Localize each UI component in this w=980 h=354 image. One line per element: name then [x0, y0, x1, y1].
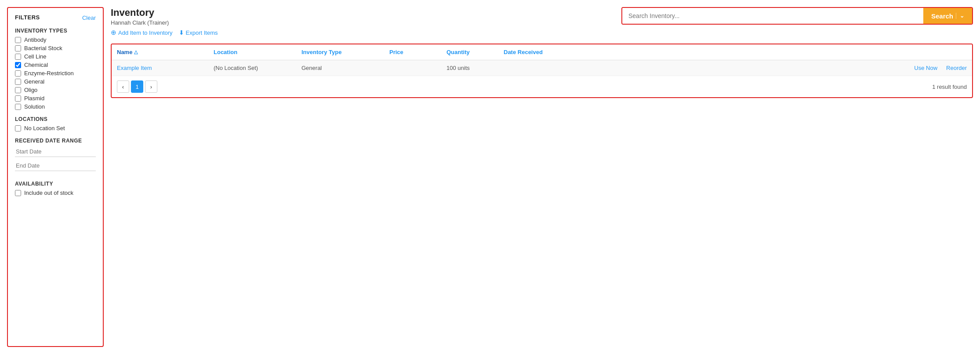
item-invtype: General — [301, 65, 389, 71]
col-header-actions — [592, 49, 967, 55]
filter-no-location-checkbox[interactable] — [15, 125, 21, 131]
clear-filters-button[interactable]: Clear — [82, 15, 96, 21]
inventory-table: Name △ Location Inventory Type Price Qua… — [111, 44, 973, 98]
filter-enzyme-restriction-checkbox[interactable] — [15, 70, 21, 77]
filter-solution[interactable]: Solution — [15, 103, 96, 110]
filter-oligo-label: Oligo — [24, 87, 37, 93]
pagination-controls: ‹ 1 › — [117, 80, 157, 93]
add-item-label: Add Item to Inventory — [118, 29, 173, 36]
item-name-link[interactable]: Example Item — [117, 65, 152, 71]
filter-plasmid-checkbox[interactable] — [15, 95, 21, 102]
search-dropdown-arrow[interactable]: ⌄ — [956, 13, 964, 19]
filter-enzyme-restriction[interactable]: Enzyme-Restriction — [15, 70, 96, 77]
col-invtype-label: Inventory Type — [301, 49, 342, 55]
reorder-button[interactable]: Reorder — [946, 65, 967, 71]
filter-plasmid-label: Plasmid — [24, 95, 44, 102]
filter-chemical-label: Chemical — [24, 62, 48, 68]
filter-antibody-checkbox[interactable] — [15, 37, 21, 43]
filter-oligo-checkbox[interactable] — [15, 87, 21, 93]
filter-oligo[interactable]: Oligo — [15, 87, 96, 93]
col-qty-label: Quantity — [446, 49, 470, 55]
pagination-row: ‹ 1 › 1 result found — [112, 76, 972, 97]
next-page-button[interactable]: › — [145, 80, 157, 93]
item-qty: 100 units — [446, 65, 504, 71]
availability-label: AVAILABILITY — [15, 181, 96, 187]
start-date-input[interactable] — [15, 146, 96, 157]
page-1-button[interactable]: 1 — [131, 80, 143, 93]
received-date-label: RECEIVED DATE RANGE — [15, 138, 96, 144]
filter-solution-label: Solution — [24, 103, 45, 110]
filter-bacterial-stock-checkbox[interactable] — [15, 45, 21, 51]
filter-general-checkbox[interactable] — [15, 79, 21, 85]
filter-solution-checkbox[interactable] — [15, 104, 21, 110]
filter-chemical-checkbox[interactable] — [15, 62, 21, 68]
end-date-input[interactable] — [15, 161, 96, 171]
filter-out-of-stock-label: Include out of stock — [24, 190, 73, 196]
col-header-invtype[interactable]: Inventory Type — [301, 49, 389, 55]
filter-antibody-label: Antibody — [24, 36, 47, 43]
page-subtitle: Hannah Clark (Trainer) — [111, 19, 218, 26]
download-icon: ⬇ — [179, 29, 184, 36]
filters-sidebar: FILTERS Clear INVENTORY TYPES Antibody B… — [7, 7, 104, 347]
col-price-label: Price — [389, 49, 403, 55]
filter-bacterial-stock[interactable]: Bacterial Stock — [15, 45, 96, 51]
sort-icon: △ — [134, 49, 138, 55]
header-left: Inventory Hannah Clark (Trainer) ⊕ Add I… — [111, 7, 218, 36]
header-actions: ⊕ Add Item to Inventory ⬇ Export Items — [111, 29, 218, 36]
result-count: 1 result found — [932, 84, 967, 90]
inventory-types-label: INVENTORY TYPES — [15, 28, 96, 34]
filter-general[interactable]: General — [15, 78, 96, 85]
filter-plasmid[interactable]: Plasmid — [15, 95, 96, 102]
filter-cell-line[interactable]: Cell Line — [15, 53, 96, 60]
col-header-date[interactable]: Date Received — [504, 49, 592, 55]
export-label: Export Items — [186, 29, 218, 36]
col-header-qty[interactable]: Quantity — [446, 49, 504, 55]
search-button-label: Search — [931, 12, 953, 20]
page-title: Inventory — [111, 7, 218, 18]
search-button[interactable]: Search ⌄ — [923, 8, 972, 24]
filter-antibody[interactable]: Antibody — [15, 36, 96, 43]
filter-cell-line-label: Cell Line — [24, 53, 47, 60]
filter-no-location[interactable]: No Location Set — [15, 125, 96, 131]
item-actions: Use Now Reorder — [592, 65, 967, 71]
filters-title: FILTERS — [15, 14, 40, 21]
main-content: Inventory Hannah Clark (Trainer) ⊕ Add I… — [111, 7, 973, 347]
main-header: Inventory Hannah Clark (Trainer) ⊕ Add I… — [111, 7, 973, 36]
export-items-button[interactable]: ⬇ Export Items — [179, 29, 218, 36]
item-location: (No Location Set) — [214, 65, 301, 71]
col-header-name[interactable]: Name △ — [117, 49, 214, 55]
col-location-label: Location — [214, 49, 237, 55]
plus-icon: ⊕ — [111, 29, 116, 36]
filter-include-out-of-stock[interactable]: Include out of stock — [15, 190, 96, 196]
filter-general-label: General — [24, 78, 44, 85]
filter-out-of-stock-checkbox[interactable] — [15, 190, 21, 196]
prev-page-button[interactable]: ‹ — [117, 80, 129, 93]
table-header-row: Name △ Location Inventory Type Price Qua… — [112, 44, 972, 60]
col-date-label: Date Received — [504, 49, 543, 55]
filter-bacterial-stock-label: Bacterial Stock — [24, 45, 62, 51]
filter-no-location-label: No Location Set — [24, 125, 65, 131]
filter-chemical[interactable]: Chemical — [15, 62, 96, 68]
col-header-location[interactable]: Location — [214, 49, 301, 55]
col-header-price[interactable]: Price — [389, 49, 446, 55]
filter-enzyme-restriction-label: Enzyme-Restriction — [24, 70, 74, 77]
col-name-label: Name — [117, 49, 132, 55]
filter-cell-line-checkbox[interactable] — [15, 54, 21, 60]
table-row: Example Item (No Location Set) General 1… — [112, 60, 972, 76]
use-now-button[interactable]: Use Now — [914, 65, 937, 71]
add-item-button[interactable]: ⊕ Add Item to Inventory — [111, 29, 173, 36]
locations-label: LOCATIONS — [15, 116, 96, 122]
search-input[interactable] — [622, 8, 923, 24]
search-bar: Search ⌄ — [621, 7, 973, 25]
